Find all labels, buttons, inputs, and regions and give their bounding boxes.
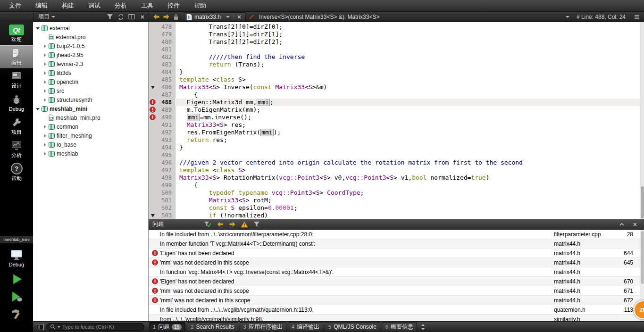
problem-row-10[interactable]: from ..\..\..\vcglib/vcg/math/similarity… [149,315,640,321]
code-line-480[interactable]: 480 Trans[2][2]=dirZ[2]; [149,38,640,46]
menu-item-edit[interactable]: 编辑 [28,0,55,11]
menu-item-build[interactable]: 构建 [55,0,81,11]
editor-scrollbar[interactable] [640,22,644,219]
problem-row-8[interactable]: 'mmi' was not declared in this scopematr… [149,296,640,305]
tree-item-external-pro[interactable]: external.pro [33,33,148,42]
code-line-487[interactable]: 487 { [149,91,640,99]
mode-design[interactable]: 设计 [0,68,33,91]
menu-item-help[interactable]: 帮助 [187,0,213,11]
panel-selector[interactable]: 项目 [38,13,50,21]
mode-edit[interactable]: 编辑 [0,45,33,68]
output-pane-3[interactable]: 3应用程序输出 [240,322,286,332]
code-line-484[interactable]: 484} [149,68,640,76]
problem-row-9[interactable]: In file included from ..\..\..\vcglib/vc… [149,305,640,315]
tree-collapsed-arrow-icon[interactable] [44,134,46,138]
code-line-489[interactable]: 489 m.ToEigenMatrix(mm); [149,106,640,114]
code-line-481[interactable]: 481 [149,46,640,53]
tree-item-io-base[interactable]: io_base [33,140,148,149]
fold-marker-icon[interactable] [151,86,155,89]
filter-icon[interactable] [106,13,114,21]
mode-welcome[interactable]: Qt欢迎 [0,22,33,45]
tree-item-src[interactable]: src [33,86,148,95]
close-pane-icon[interactable] [631,220,639,229]
symbol-chevron-icon[interactable] [566,16,569,18]
code-line-478[interactable]: 478 Trans[2][0]=dirZ[0]; [149,23,640,31]
output-pane-1[interactable]: 1问题19 [149,322,185,332]
code-line-502[interactable]: 502 const S epsilon=0.00001; [149,204,640,212]
code-line-498[interactable]: 498Matrix33<S> RotationMatrix(vcg::Point… [149,174,640,182]
code-line-492[interactable]: 492 res.FromEigenMatrix(mmi); [149,129,640,136]
tree-collapsed-arrow-icon[interactable] [44,98,46,102]
output-pane-4[interactable]: 4编译输出 [288,322,323,332]
tree-collapsed-arrow-icon[interactable] [44,44,46,48]
close-document-icon[interactable] [235,13,243,21]
problem-row-1[interactable]: In file included from ..\..\src\common\f… [149,230,640,239]
tree-item-jhead-2-95[interactable]: jhead-2.95 [33,50,148,59]
code-line-479[interactable]: 479 Trans[2][1]=dirZ[1]; [149,31,640,38]
document-tab[interactable]: h matrix33.h [184,12,246,22]
filter-check-icon[interactable] [203,220,212,229]
mode-projects[interactable]: 项目 [0,115,33,138]
code-line-495[interactable]: 495 [149,151,640,159]
code-line-496[interactable]: 496///given 2 vector centered into origi… [149,159,640,166]
problem-row-2[interactable]: In member function 'T vcg::Matrix44<T>::… [149,239,640,249]
close-icon[interactable] [138,13,147,21]
tree-item-openctm[interactable]: openctm [33,77,148,86]
code-line-497[interactable]: 497template <class S> [149,166,640,174]
problem-row-7[interactable]: 'mm' was not declared in this scopematri… [149,286,640,296]
code-line-482[interactable]: 482 /////then find the inverse [149,53,640,61]
prompt-icon[interactable] [36,323,44,331]
code-line-501[interactable]: 501 Matrix33<S> rotM; [149,197,640,204]
tree-item-common[interactable]: common [33,122,148,131]
locate-filter-chevron-icon[interactable] [58,326,60,328]
menu-item-analyze[interactable]: 分析 [108,0,134,11]
code-line-490[interactable]: 490 mmi=mm.inverse(); [149,114,640,121]
tree-item-levmar-2-3[interactable]: levmar-2.3 [33,59,148,68]
tree-item-meshlab-mini-pro[interactable]: meshlab_mini.pro [33,113,148,122]
forward-arrow-icon[interactable] [228,220,236,229]
problem-row-6[interactable]: 'Eigen' has not been declaredmatrix44.h6… [149,277,640,286]
sync-icon[interactable] [117,13,125,21]
back-arrow-icon[interactable] [152,13,160,21]
tree-item-lib3ds[interactable]: lib3ds [33,68,148,77]
tree-collapsed-arrow-icon[interactable] [44,89,46,93]
code-line-486[interactable]: 486Matrix33<S> Inverse(const Matrix33<S>… [149,83,640,91]
chevron-down-icon[interactable] [51,16,55,18]
menu-item-file[interactable]: 文件 [2,0,28,11]
code-line-488[interactable]: 488 Eigen::Matrix3d mm,mmi; [149,99,640,106]
tree-item-filter-meshing[interactable]: filter_meshing [33,131,148,140]
kit-selector[interactable]: Debug [0,246,33,270]
locate-input[interactable]: Type to locate (Ctrl+K) [46,323,144,331]
tree-collapsed-arrow-icon[interactable] [44,143,46,147]
tree-collapsed-arrow-icon[interactable] [44,71,46,75]
debug-run-button[interactable] [0,288,33,305]
code-line-499[interactable]: 499 { [149,182,640,189]
output-pane-5[interactable]: 5QML/JS Console [325,322,380,332]
mode-analyze[interactable]: 分析 [0,138,33,161]
output-pane-6[interactable]: 6概要信息 [382,322,417,332]
forward-arrow-icon[interactable] [162,13,170,21]
maximize-pane-icon[interactable] [618,220,626,229]
mode-help[interactable]: ?帮助 [0,161,33,184]
tree-item-meshlab[interactable]: meshlab [33,149,148,158]
warning-icon[interactable] [240,220,249,229]
run-button[interactable] [0,270,33,288]
symbol-selector[interactable]: Inverse<S>(const Matrix33<S> &): Matrix3… [259,13,571,21]
code-line-494[interactable]: 494} [149,144,640,151]
menu-item-widgets[interactable]: 控件 [160,0,187,11]
tree-expanded-arrow-icon[interactable] [36,27,40,30]
editor-menu-icon[interactable] [633,13,641,21]
build-button[interactable] [0,305,33,323]
tree-item-external[interactable]: external [33,24,148,33]
tree-collapsed-arrow-icon[interactable] [44,125,46,129]
open-documents-chevron-icon[interactable] [226,16,230,18]
code-line-485[interactable]: 485template <class S> [149,76,640,83]
split-icon[interactable] [127,13,136,21]
tree-expanded-arrow-icon[interactable] [36,108,40,110]
code-line-491[interactable]: 491 Matrix33<S> res; [149,121,640,129]
code-line-493[interactable]: 493 return res; [149,136,640,144]
tree-item-structuresynth[interactable]: structuresynth [33,95,148,104]
menu-item-debug[interactable]: 调试 [81,0,108,11]
fold-marker-icon[interactable] [151,214,155,217]
tree-collapsed-arrow-icon[interactable] [44,62,46,66]
